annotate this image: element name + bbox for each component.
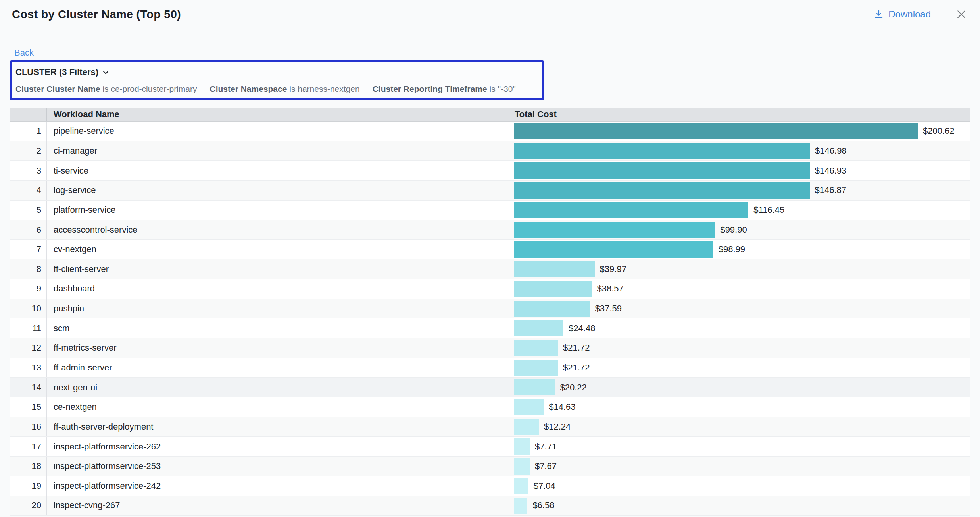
col-header-workload-name[interactable]: Workload Name <box>47 109 508 120</box>
row-rank: 10 <box>10 299 47 318</box>
workload-name: log-service <box>47 181 508 200</box>
total-cost-cell: $20.22 <box>508 378 970 397</box>
table-row[interactable]: 16 ff-auth-server-deployment $12.24 <box>10 417 970 437</box>
row-rank: 15 <box>10 397 47 417</box>
cost-by-cluster-dialog: Cost by Cluster Name (Top 50) Download B… <box>0 0 980 517</box>
workload-name: scm <box>47 318 508 338</box>
table-row[interactable]: 15 ce-nextgen $14.63 <box>10 397 970 417</box>
filter-panel: CLUSTER (3 Filters) Cluster Cluster Name… <box>10 60 544 100</box>
cost-bar[interactable] <box>514 320 563 336</box>
cost-value: $14.63 <box>549 402 575 412</box>
cost-bar[interactable] <box>514 498 527 514</box>
cost-value: $20.22 <box>560 382 587 393</box>
workload-name: ff-admin-server <box>47 358 508 378</box>
total-cost-cell: $39.97 <box>508 259 970 279</box>
row-rank: 12 <box>10 338 47 358</box>
table-row[interactable]: 11 scm $24.48 <box>10 318 970 338</box>
workload-name: next-gen-ui <box>47 378 508 397</box>
filter-group-label: CLUSTER (3 Filters) <box>15 67 98 77</box>
total-cost-cell: $7.04 <box>508 476 970 496</box>
cost-value: $7.67 <box>535 461 557 471</box>
row-rank: 8 <box>10 259 47 279</box>
total-cost-cell: $6.58 <box>508 496 970 515</box>
download-icon <box>874 9 884 19</box>
row-rank: 7 <box>10 240 47 259</box>
cost-value: $12.24 <box>544 422 571 432</box>
table-row[interactable]: 4 log-service $146.87 <box>10 181 970 201</box>
table-body: 1 pipeline-service $200.62 2 ci-manager … <box>10 122 970 516</box>
total-cost-cell: $146.87 <box>508 181 970 200</box>
cost-bar[interactable] <box>514 241 713 258</box>
total-cost-cell: $116.45 <box>508 201 970 220</box>
cost-value: $39.97 <box>600 264 626 274</box>
close-button[interactable] <box>955 8 967 20</box>
cost-value: $7.71 <box>535 442 557 452</box>
row-rank: 11 <box>10 318 47 338</box>
cost-value: $99.90 <box>720 225 747 235</box>
table-row[interactable]: 18 inspect-platformservice-253 $7.67 <box>10 457 970 476</box>
workload-name: pipeline-service <box>47 122 508 141</box>
workload-name: inspect-cvng-267 <box>47 496 508 515</box>
dialog-header: Cost by Cluster Name (Top 50) Download <box>0 0 980 29</box>
cost-bar[interactable] <box>514 261 595 277</box>
table-row[interactable]: 6 accesscontrol-service $99.90 <box>10 220 970 240</box>
table-row[interactable]: 17 inspect-platformservice-262 $7.71 <box>10 437 970 457</box>
cost-value: $116.45 <box>753 205 784 215</box>
cost-bar[interactable] <box>514 202 748 218</box>
row-rank: 6 <box>10 220 47 239</box>
cost-bar[interactable] <box>514 340 558 356</box>
table-row[interactable]: 12 ff-metrics-server $21.72 <box>10 338 970 358</box>
cost-bar[interactable] <box>514 222 715 238</box>
cost-bar[interactable] <box>514 281 592 297</box>
table-row[interactable]: 5 platform-service $116.45 <box>10 201 970 220</box>
row-rank: 17 <box>10 437 47 456</box>
close-icon <box>955 8 967 20</box>
total-cost-cell: $200.62 <box>508 122 970 141</box>
back-link[interactable]: Back <box>14 48 34 58</box>
cost-bar[interactable] <box>514 458 530 475</box>
filter-group-toggle[interactable]: CLUSTER (3 Filters) <box>15 67 537 77</box>
cost-bar[interactable] <box>514 143 810 159</box>
workload-name: ff-auth-server-deployment <box>47 417 508 437</box>
table-row[interactable]: 1 pipeline-service $200.62 <box>10 122 970 141</box>
cost-bar[interactable] <box>514 301 590 317</box>
cost-bar[interactable] <box>514 379 555 395</box>
cost-bar[interactable] <box>514 182 810 199</box>
table-row[interactable]: 13 ff-admin-server $21.72 <box>10 358 970 378</box>
total-cost-cell: $98.99 <box>508 240 970 259</box>
filter-condition[interactable]: Cluster Namespace is harness-nextgen <box>209 84 359 94</box>
row-rank: 5 <box>10 201 47 220</box>
table-row[interactable]: 2 ci-manager $146.98 <box>10 141 970 161</box>
cost-value: $146.93 <box>815 166 847 176</box>
table-row[interactable]: 10 pushpin $37.59 <box>10 299 970 319</box>
table-row[interactable]: 14 next-gen-ui $20.22 <box>10 378 970 397</box>
table-row[interactable]: 19 inspect-platformservice-242 $7.04 <box>10 476 970 496</box>
row-rank: 18 <box>10 457 47 476</box>
cost-bar[interactable] <box>514 419 539 435</box>
total-cost-cell: $7.67 <box>508 457 970 476</box>
table-row[interactable]: 20 inspect-cvng-267 $6.58 <box>10 496 970 516</box>
cost-bar[interactable] <box>514 162 810 179</box>
cost-value: $6.58 <box>532 500 554 511</box>
filter-condition[interactable]: Cluster Reporting Timeframe is "-30" <box>373 84 516 94</box>
cost-bar[interactable] <box>514 438 530 455</box>
cost-bar[interactable] <box>514 123 918 139</box>
filter-value-label: is harness-nextgen <box>287 84 359 93</box>
workload-name: inspect-platformservice-253 <box>47 457 508 476</box>
col-header-total-cost[interactable]: Total Cost <box>508 109 970 120</box>
workload-name: accesscontrol-service <box>47 220 508 239</box>
table-row[interactable]: 9 dashboard $38.57 <box>10 279 970 299</box>
download-button[interactable]: Download <box>874 9 931 20</box>
cost-value: $146.98 <box>815 146 847 156</box>
table-row[interactable]: 3 ti-service $146.93 <box>10 161 970 181</box>
cost-bar[interactable] <box>514 360 558 376</box>
cost-bar[interactable] <box>514 399 544 415</box>
table-row[interactable]: 8 ff-client-server $39.97 <box>10 259 970 279</box>
row-rank: 4 <box>10 181 47 200</box>
total-cost-cell: $21.72 <box>508 338 970 358</box>
cost-bar[interactable] <box>514 478 528 494</box>
filter-condition[interactable]: Cluster Cluster Name is ce-prod-cluster-… <box>15 84 197 94</box>
workload-name: inspect-platformservice-262 <box>47 437 508 456</box>
row-rank: 20 <box>10 496 47 515</box>
table-row[interactable]: 7 cv-nextgen $98.99 <box>10 240 970 260</box>
